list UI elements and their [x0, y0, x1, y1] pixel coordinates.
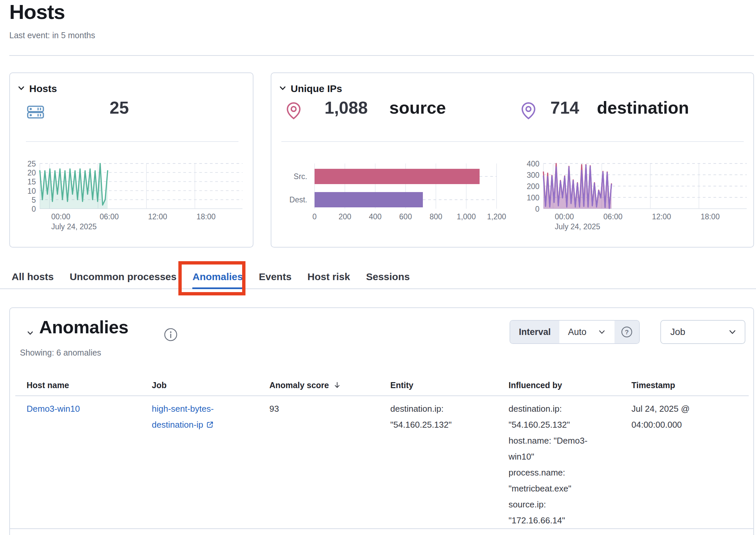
svg-text:0: 0	[535, 205, 539, 213]
svg-text:15: 15	[27, 177, 36, 186]
cell-anomaly-score: 93	[269, 401, 390, 528]
unique-ips-card: Unique IPs 1,088 source 714 destination …	[271, 72, 754, 248]
svg-text:600: 600	[399, 212, 412, 221]
hosts-area-chart: 051015202500:0006:0012:0018:00July 24, 2…	[14, 157, 246, 240]
svg-text:00:00: 00:00	[555, 212, 574, 221]
chevron-down-icon[interactable]	[17, 83, 26, 94]
influencer: destination.ip: "54.160.25.132"	[509, 401, 592, 433]
info-icon[interactable]	[163, 327, 178, 343]
card-divider	[281, 141, 744, 142]
last-event-text: Last event: in 5 months	[9, 31, 95, 40]
svg-text:25: 25	[27, 160, 36, 168]
chevron-down-icon	[728, 328, 737, 336]
source-ip-count: 1,088	[325, 98, 368, 118]
svg-text:12:00: 12:00	[652, 212, 671, 221]
hosts-kpi-card: Hosts 25 051015202500:0006:0012:0018:00J…	[9, 72, 253, 248]
tab-sessions[interactable]: Sessions	[366, 265, 410, 289]
tab-all-hosts[interactable]: All hosts	[12, 265, 54, 289]
unique-ips-area-chart: 010020030040000:0006:0012:0018:00July 24…	[518, 157, 750, 240]
cell-influenced-by: destination.ip: "54.160.25.132" host.nam…	[509, 401, 631, 528]
svg-text:1,200: 1,200	[487, 212, 506, 221]
col-entity[interactable]: Entity	[390, 380, 509, 390]
svg-text:300: 300	[527, 171, 539, 179]
tab-host-risk[interactable]: Host risk	[308, 265, 350, 289]
showing-count-text: Showing: 6 anomalies	[20, 348, 101, 358]
svg-text:?: ?	[625, 329, 629, 336]
job-select-label: Job	[670, 327, 685, 337]
influencer: source.ip: "172.16.66.14"	[509, 496, 592, 528]
hosts-count: 25	[110, 98, 129, 118]
external-link-icon[interactable]	[203, 420, 214, 430]
page-title: Hosts	[9, 0, 65, 24]
anomaly-table-row: Demo3-win10 high-sent-bytes-destination-…	[10, 396, 753, 529]
storage-icon	[26, 102, 45, 123]
svg-text:06:00: 06:00	[100, 212, 119, 221]
svg-text:5: 5	[32, 196, 36, 204]
svg-text:20: 20	[27, 168, 36, 177]
unique-ips-card-header[interactable]: Unique IPs	[278, 83, 342, 94]
destination-label: destination	[597, 98, 689, 118]
interval-label: Interval	[510, 321, 559, 343]
svg-text:12:00: 12:00	[148, 212, 167, 221]
svg-text:400: 400	[527, 160, 539, 168]
tab-anomalies[interactable]: Anomalies	[192, 265, 243, 289]
svg-text:00:00: 00:00	[51, 212, 70, 221]
anomalies-panel: Anomalies Interval Auto ? Job Showing: 6…	[9, 307, 754, 535]
svg-text:1,000: 1,000	[457, 212, 476, 221]
host-name-link[interactable]: Demo3-win10	[27, 404, 80, 414]
svg-text:18:00: 18:00	[701, 212, 720, 221]
col-host-name[interactable]: Host name	[27, 380, 152, 390]
map-pin-source-icon	[284, 101, 303, 122]
interval-value: Auto	[568, 327, 587, 337]
header-divider	[9, 55, 754, 56]
svg-text:July 24, 2025: July 24, 2025	[555, 222, 600, 231]
svg-text:July 24, 2025: July 24, 2025	[51, 222, 97, 231]
card-divider	[26, 141, 238, 142]
svg-text:0: 0	[32, 205, 36, 213]
hosts-card-title: Hosts	[29, 83, 57, 94]
svg-text:18:00: 18:00	[197, 212, 216, 221]
tab-uncommon-processes[interactable]: Uncommon processes	[70, 265, 177, 289]
svg-text:400: 400	[369, 212, 381, 221]
svg-text:100: 100	[527, 193, 539, 202]
help-icon[interactable]: ?	[614, 321, 639, 343]
svg-text:Src.: Src.	[294, 172, 307, 181]
unique-ips-card-title: Unique IPs	[291, 83, 342, 94]
influencer: host.name: "Demo3-win10"	[509, 433, 592, 465]
unique-ips-bar-chart: 02004006008001,0001,200Src.Dest.	[281, 157, 514, 240]
svg-text:06:00: 06:00	[604, 212, 623, 221]
svg-text:800: 800	[429, 212, 442, 221]
job-select[interactable]: Job	[660, 320, 745, 344]
cell-host-name: Demo3-win10	[27, 401, 152, 528]
chevron-down-icon	[598, 328, 606, 336]
chevron-down-icon[interactable]	[26, 329, 35, 339]
interval-select[interactable]: Auto	[559, 321, 614, 343]
col-timestamp[interactable]: Timestamp	[631, 380, 745, 390]
svg-text:10: 10	[27, 187, 36, 195]
svg-text:200: 200	[527, 182, 539, 191]
hosts-tab-bar: All hosts Uncommon processes Anomalies E…	[0, 265, 756, 289]
col-job[interactable]: Job	[152, 380, 269, 390]
interval-control: Interval Auto ?	[510, 320, 640, 344]
svg-text:0: 0	[313, 212, 317, 221]
tab-events[interactable]: Events	[259, 265, 291, 289]
svg-text:200: 200	[338, 212, 351, 221]
chevron-down-icon[interactable]	[278, 83, 287, 94]
anomalies-title: Anomalies	[39, 317, 129, 337]
col-influenced-by[interactable]: Influenced by	[509, 380, 631, 390]
col-anomaly-score[interactable]: Anomaly score	[269, 380, 390, 390]
cell-entity: destination.ip: "54.160.25.132"	[390, 401, 509, 528]
influencer: process.name: "metricbeat.exe"	[509, 465, 592, 496]
cell-job: high-sent-bytes-destination-ip	[152, 401, 269, 528]
map-pin-destination-icon	[519, 101, 538, 122]
anomalies-table-header: Host name Job Anomaly score Entity Influ…	[10, 375, 753, 395]
sort-descending-icon	[333, 381, 341, 389]
svg-text:Dest.: Dest.	[289, 195, 307, 204]
hosts-card-header[interactable]: Hosts	[17, 83, 57, 94]
destination-ip-count: 714	[550, 98, 579, 118]
cell-timestamp: Jul 24, 2025 @ 04:00:00.000	[631, 401, 745, 528]
source-label: source	[389, 98, 446, 118]
